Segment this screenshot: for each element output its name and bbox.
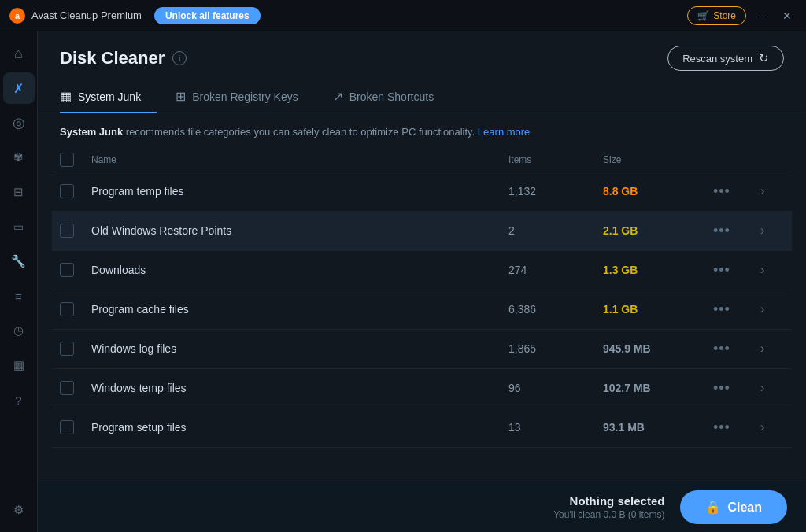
sidebar-item-list[interactable]: ≡ — [3, 280, 35, 312]
row-3-count: 274 — [508, 264, 603, 276]
table-row[interactable]: Downloads 274 1.3 GB ••• › — [52, 251, 792, 290]
sidebar-item-wrench[interactable]: 🔧 — [3, 246, 35, 277]
wrench-icon: 🔧 — [11, 254, 26, 268]
footer-status: Nothing selected You'll clean 0.0 B (0 i… — [553, 494, 664, 520]
clean-label: Clean — [727, 501, 762, 515]
table-row[interactable]: Program setup files 13 93.1 MB ••• › — [52, 408, 792, 448]
sidebar-item-globe[interactable]: ◎ — [3, 107, 35, 139]
shield-icon: ✗ — [13, 81, 24, 96]
description-area: System Junk recommends file categories y… — [38, 113, 806, 148]
row-5-count: 1,865 — [508, 342, 603, 355]
row-7-chevron-icon: › — [760, 420, 784, 434]
lock-icon: 🔒 — [705, 500, 721, 515]
select-all-checkbox[interactable] — [60, 153, 74, 167]
broken-shortcuts-tab-label: Broken Shortcuts — [349, 91, 434, 103]
row-5-size: 945.9 MB — [603, 342, 713, 355]
row-4-more-button[interactable]: ••• — [713, 301, 760, 318]
row-6-more-button[interactable]: ••• — [713, 380, 760, 397]
page-title-area: Disk Cleaner i — [60, 48, 187, 68]
row-2-checkbox[interactable] — [60, 224, 74, 238]
row-6-checkbox[interactable] — [60, 381, 74, 395]
info-icon[interactable]: i — [172, 51, 187, 65]
row-checkbox[interactable] — [60, 224, 91, 238]
refresh-icon: ↻ — [759, 51, 769, 65]
clean-button[interactable]: 🔒 Clean — [680, 490, 787, 524]
row-checkbox[interactable] — [60, 420, 91, 434]
tab-broken-shortcuts[interactable]: ↗ Broken Shortcuts — [333, 81, 449, 113]
table-row[interactable]: Windows temp files 96 102.7 MB ••• › — [52, 369, 792, 408]
content-header: Disk Cleaner i Rescan system ↻ — [38, 31, 806, 71]
sidebar-item-settings[interactable]: ⚙ — [3, 494, 35, 526]
titlebar: a Avast Cleanup Premium Unlock all featu… — [0, 0, 806, 31]
row-checkbox[interactable] — [60, 184, 91, 198]
help-icon: ? — [15, 393, 21, 407]
row-5-more-button[interactable]: ••• — [713, 341, 760, 357]
row-7-count: 13 — [508, 421, 603, 434]
rescan-label: Rescan system — [682, 53, 752, 65]
clock-icon: ◷ — [13, 323, 24, 338]
row-7-checkbox[interactable] — [60, 420, 74, 434]
store-icon: 🛒 — [697, 10, 709, 21]
store-button[interactable]: 🛒 Store — [687, 6, 746, 25]
tabs-container: ▦ System Junk ⊞ Broken Registry Keys ↗ B… — [38, 71, 806, 113]
row-checkbox[interactable] — [60, 302, 91, 316]
list-icon: ≡ — [15, 290, 22, 303]
header-name-col: Name — [91, 154, 508, 165]
row-7-name: Program setup files — [91, 421, 508, 434]
broken-registry-tab-label: Broken Registry Keys — [192, 91, 298, 103]
minimize-button[interactable]: — — [752, 6, 771, 25]
row-3-name: Downloads — [91, 264, 508, 276]
sidebar-item-help[interactable]: ? — [3, 384, 35, 416]
sidebar-item-shield[interactable]: ✗ — [3, 72, 35, 104]
row-3-checkbox[interactable] — [60, 263, 74, 277]
sidebar-item-monitor[interactable]: ▭ — [3, 211, 35, 242]
row-5-checkbox[interactable] — [60, 342, 74, 356]
close-button[interactable]: ✕ — [778, 6, 797, 25]
app-name: Avast Cleanup Premium — [31, 9, 142, 21]
sidebar-item-layers[interactable]: ⊟ — [3, 176, 35, 208]
footer-status-title: Nothing selected — [553, 494, 664, 508]
row-checkbox[interactable] — [60, 381, 91, 395]
app-logo-area: a Avast Cleanup Premium — [9, 8, 142, 24]
system-junk-tab-label: System Junk — [78, 91, 141, 103]
table-container: Name Items Size Program temp files 1,132… — [38, 148, 806, 482]
row-5-chevron-icon: › — [760, 342, 784, 356]
tab-broken-registry[interactable]: ⊞ Broken Registry Keys — [176, 81, 314, 113]
row-2-more-button[interactable]: ••• — [713, 223, 760, 239]
page-title: Disk Cleaner — [60, 48, 165, 68]
unlock-button[interactable]: Unlock all features — [154, 7, 261, 24]
sidebar-item-gear[interactable]: ✾ — [3, 142, 35, 173]
avast-logo-icon: a — [9, 8, 25, 24]
gear-icon: ⚙ — [13, 503, 24, 517]
rescan-button[interactable]: Rescan system ↻ — [667, 46, 784, 71]
header-size-col: Size — [603, 154, 713, 165]
description-bold: System Junk — [60, 126, 123, 138]
row-2-count: 2 — [508, 224, 603, 237]
main-layout: ⌂ ✗ ◎ ✾ ⊟ ▭ 🔧 ≡ ◷ ▦ ? ⚙ — [0, 31, 806, 532]
row-3-more-button[interactable]: ••• — [713, 262, 760, 279]
row-4-checkbox[interactable] — [60, 302, 74, 316]
footer: Nothing selected You'll clean 0.0 B (0 i… — [38, 482, 806, 532]
table-header: Name Items Size — [52, 148, 792, 172]
row-4-name: Program cache files — [91, 303, 508, 316]
row-4-size: 1.1 GB — [603, 303, 713, 316]
row-7-more-button[interactable]: ••• — [713, 419, 760, 436]
table-row[interactable]: Program cache files 6,386 1.1 GB ••• › — [52, 290, 792, 330]
sidebar-item-chart[interactable]: ▦ — [3, 349, 35, 381]
table-row[interactable]: Old Windows Restore Points 2 2.1 GB ••• … — [52, 212, 792, 251]
row-checkbox[interactable] — [60, 342, 91, 356]
row-7-size: 93.1 MB — [603, 421, 713, 434]
row-1-more-button[interactable]: ••• — [713, 183, 760, 200]
row-6-name: Windows temp files — [91, 382, 508, 394]
row-6-chevron-icon: › — [760, 381, 784, 395]
table-row[interactable]: Program temp files 1,132 8.8 GB ••• › — [52, 172, 792, 212]
learn-more-link[interactable]: Learn more — [478, 126, 530, 138]
sidebar-item-home[interactable]: ⌂ — [3, 38, 35, 69]
row-4-count: 6,386 — [508, 303, 603, 316]
shortcuts-tab-icon: ↗ — [333, 89, 343, 104]
table-row[interactable]: Windows log files 1,865 945.9 MB ••• › — [52, 330, 792, 369]
row-checkbox[interactable] — [60, 263, 91, 277]
sidebar-item-clock[interactable]: ◷ — [3, 315, 35, 346]
tab-system-junk[interactable]: ▦ System Junk — [60, 81, 157, 113]
row-1-checkbox[interactable] — [60, 184, 74, 198]
